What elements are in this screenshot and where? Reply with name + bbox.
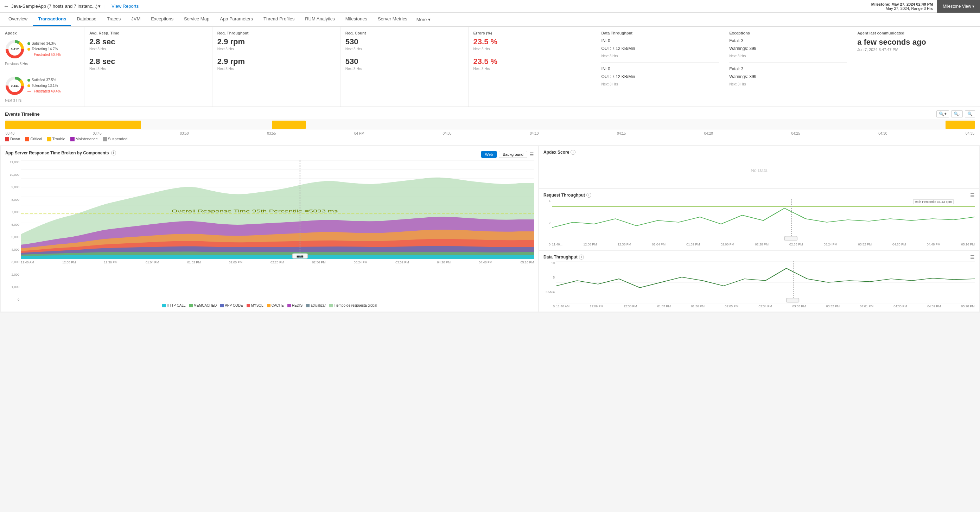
timeline-legend: Down Critical Trouble Maintenance Suspen… [5,137,975,142]
y-axis-labels: 11,00010,0009,0008,0007,0006,0005,0004,0… [5,161,21,301]
nav-tabs: Overview Transactions Database Traces JV… [0,13,980,27]
metrics-row: Apdex 0.417 Satisfied 34.3% Tolerating 1… [0,27,980,107]
tab-app-parameters[interactable]: App Parameters [215,13,258,26]
tab-database[interactable]: Database [72,13,101,26]
data-throughput-info-icon[interactable]: i [579,254,584,259]
legend-actualizar: actualizar [306,304,326,307]
events-section: Events Timeline 🔍+ 🔍- 🔍 03:40 03:45 03:5… [0,107,980,145]
req-throughput-next-val: 2.9 rpm [217,57,335,66]
req-count-next-val: 530 [345,57,463,66]
tab-service-map[interactable]: Service Map [179,13,214,26]
errors-card: Errors (%) 23.5 % Next 3 Hrs 23.5 % Next… [469,27,597,107]
apdex-next-legend: Satisfied 37.5% Tolerating 13.1% —Frustr… [27,77,61,94]
zoom-reset-button[interactable]: 🔍 [965,110,975,118]
request-throughput-panel: Request Throughput i ☰ 420 95th Percenti… [539,189,979,250]
tab-more[interactable]: More ▾ [413,13,434,25]
events-timeline-bar [5,119,975,129]
exceptions-next: Fatal: 3 Warnings: 399 Next 3 Hrs [729,65,847,87]
req-throughput-title: Req. Throughput [217,31,335,35]
apdex-next-donut: 0.441 [5,76,25,95]
zoom-out-button[interactable]: 🔍- [951,110,963,118]
req-throughput-prev-sub: Next 3 Hrs [217,47,335,51]
top-bar: ← Java-SampleApp (7 hosts and 7 instanc.… [0,0,980,13]
timeline-event-2 [272,121,305,129]
timeline-event-3 [945,121,975,129]
req-throughput-menu-button[interactable]: ☰ [970,192,975,198]
legend-critical: Critical [25,137,42,142]
avg-resp-next-sub: Next 3 Hrs [89,67,207,71]
tab-jvm[interactable]: JVM [126,13,145,26]
apdex-prev-value: 0.417 [11,48,19,51]
apdex-no-data: No Data [544,156,975,184]
view-reports-link[interactable]: View Reports [111,3,138,9]
agent-card: Agent last communicated a few seconds ag… [852,27,980,107]
apdex-prev-donut: 0.417 [5,40,25,59]
data-throughput-menu-button[interactable]: ☰ [970,254,975,260]
x-axis-labels: 11:40 AM12:08 PM12:36 PM01:04 PM01:32 PM… [21,261,534,264]
timeline-event-1 [5,121,141,129]
tab-exceptions[interactable]: Exceptions [146,13,178,26]
data-throughput-svg [556,261,975,304]
req-count-prev-sub: Next 3 Hrs [345,47,463,51]
response-time-info-icon[interactable]: i [111,151,116,156]
errors-title: Errors (%) [474,31,591,35]
req-count-prev-val: 530 [345,37,463,46]
data-throughput-title: Data Throughput [601,31,719,35]
errors-prev-val: 23.5 % [474,37,591,46]
milestone-label: Milestone: May 27, 2024 02:40 PM [871,2,933,6]
events-title: Events Timeline [5,111,40,117]
tab-milestones[interactable]: Milestones [340,13,372,26]
milestone-view-button[interactable]: Milestone View ▾ [937,0,980,13]
apdex-prev-label: Previous 3 Hrs [5,62,79,66]
apdex-next-label: Next 3 Hrs [5,99,79,102]
data-throughput-chart-title: Data Throughput i [544,254,584,259]
background-button[interactable]: Background [499,151,527,158]
legend-cache: CACHE [267,304,284,307]
data-throughput-card: Data Throughput IN: 0 OUT: 7.12 KB/Min N… [596,27,724,107]
req-throughput-svg [552,199,975,242]
agent-title: Agent last communicated [857,31,975,35]
tab-traces[interactable]: Traces [102,13,126,26]
response-time-svg: Overall Response Time 95th Percentile =5… [21,161,534,259]
milestone-area: Milestone: May 27, 2024 02:40 PM May 27,… [867,0,980,13]
apdex-prev-row: 0.417 Satisfied 34.3% Tolerating 14.7% —… [5,40,79,59]
data-throughput-chart-area: 10 5 KB/Min 0 [544,261,975,308]
chart-plot-area: Overall Response Time 95th Percentile =5… [21,161,534,301]
legend-mysql: MYSQL [247,304,264,307]
req-throughput-next-sub: Next 3 Hrs [217,67,335,71]
chart-legend-bottom: HTTP CALL MEMCACHED APP CODE MYSQL CACHE… [5,304,534,307]
events-zoom-controls: 🔍+ 🔍- 🔍 [936,110,975,118]
chart-menu-button[interactable]: ☰ [530,151,534,157]
data-throughput-next: IN: 0 OUT: 7.12 KB/Min Next 3 Hrs [601,65,719,87]
tab-server-metrics[interactable]: Server Metrics [373,13,412,26]
legend-memcached: MEMCACHED [189,304,217,307]
response-time-chart-title: App Server Response Time Broken by Compo… [5,151,116,156]
back-button[interactable]: ← [3,3,9,10]
charts-section: App Server Response Time Broken by Compo… [0,145,980,313]
apdex-score-info-icon[interactable]: i [571,150,576,155]
legend-down: Down [5,137,20,142]
agent-date: Jun 7, 2024 3:47:47 PM [857,48,975,52]
apdex-next-row: 0.441 Satisfied 37.5% Tolerating 13.1% —… [5,76,79,95]
errors-next-sub: Next 3 Hrs [474,67,591,71]
data-throughput-chart-panel: Data Throughput i ☰ 10 5 KB/Min 0 [539,251,979,312]
tab-rum-analytics[interactable]: RUM Analytics [300,13,340,26]
apdex-prev-legend: Satisfied 34.3% Tolerating 14.7% —Frustr… [27,41,61,58]
response-time-chart-area: 11,00010,0009,0008,0007,0006,0005,0004,0… [5,161,534,301]
tab-overview[interactable]: Overview [3,13,32,26]
zoom-in-button[interactable]: 🔍+ [936,110,949,118]
tab-thread-profiles[interactable]: Thread Profiles [259,13,299,26]
errors-prev-sub: Next 3 Hrs [474,47,591,51]
apdex-score-title: Apdex Score i [544,150,576,155]
app-title-dropdown[interactable]: ▾ [98,3,100,9]
legend-redis: REDIS [287,304,303,307]
legend-tiempo: Tiempo de respuesta global [329,304,377,307]
avg-resp-prev-sub: Next 3 Hrs [89,47,207,51]
web-button[interactable]: Web [481,151,497,158]
req-count-card: Req. Count 530 Next 3 Hrs 530 Next 3 Hrs [340,27,469,107]
req-throughput-info-icon[interactable]: i [586,193,591,198]
errors-next-val: 23.5 % [474,57,591,66]
req-count-next-sub: Next 3 Hrs [345,67,463,71]
svg-text:📷: 📷 [296,254,304,258]
tab-transactions[interactable]: Transactions [33,13,71,26]
